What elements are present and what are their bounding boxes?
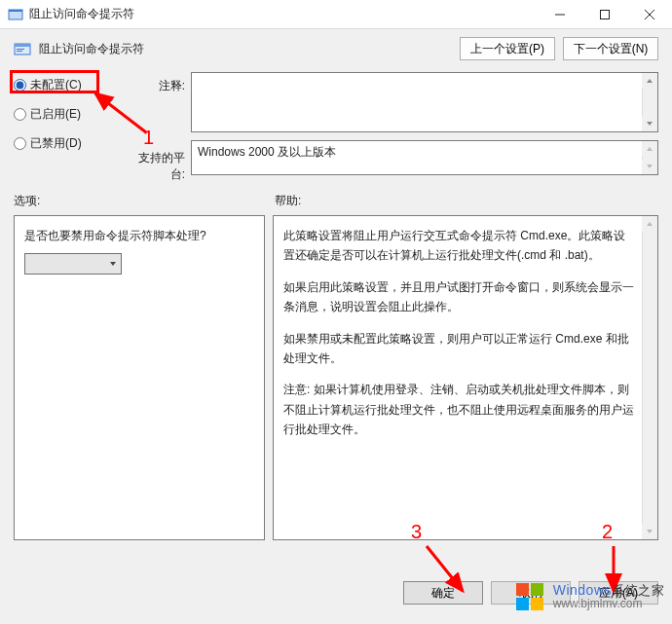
- scroll-up-icon[interactable]: [642, 216, 657, 232]
- help-section-label: 帮助:: [275, 193, 658, 209]
- help-box: 此策略设置将阻止用户运行交互式命令提示符 Cmd.exe。此策略设置还确定是否可…: [273, 215, 658, 540]
- notes-textbox[interactable]: [191, 72, 658, 132]
- maximize-button[interactable]: [582, 0, 627, 29]
- options-box: 是否也要禁用命令提示符脚本处理?: [14, 215, 265, 540]
- next-setting-button[interactable]: 下一个设置(N): [563, 37, 658, 60]
- radio-disabled-label: 已禁用(D): [30, 135, 82, 152]
- options-section-label: 选项:: [14, 193, 275, 209]
- help-paragraph: 如果启用此策略设置，并且用户试图打开命令窗口，则系统会显示一条消息，说明设置会阻…: [283, 277, 636, 317]
- svg-marker-15: [647, 222, 653, 226]
- scroll-down-icon[interactable]: [642, 116, 657, 131]
- scroll-up-icon[interactable]: [642, 141, 657, 157]
- lower-panels: 是否也要禁用命令提示符脚本处理? 此策略设置将阻止用户运行交互式命令提示符 Cm…: [0, 211, 672, 540]
- svg-rect-1: [9, 10, 22, 12]
- help-paragraph: 注意: 如果计算机使用登录、注销、启动或关机批处理文件脚本，则不阻止计算机运行批…: [283, 380, 636, 439]
- radio-not-configured-label: 未配置(C): [30, 77, 82, 93]
- help-paragraph: 此策略设置将阻止用户运行交互式命令提示符 Cmd.exe。此策略设置还确定是否可…: [283, 226, 636, 266]
- radio-not-configured[interactable]: 未配置(C): [14, 76, 121, 93]
- watermark: Windows系统之家 www.bjmlmv.com: [512, 579, 664, 614]
- svg-rect-23: [516, 583, 529, 596]
- svg-marker-11: [647, 122, 653, 126]
- svg-rect-8: [17, 49, 24, 50]
- header-row: 阻止访问命令提示符 上一个设置(P) 下一个设置(N): [0, 29, 672, 68]
- windows-logo-icon: [512, 579, 547, 614]
- prev-setting-button[interactable]: 上一个设置(P): [460, 37, 555, 60]
- radio-disabled[interactable]: 已禁用(D): [14, 134, 121, 152]
- app-icon: [8, 7, 23, 22]
- policy-icon: [14, 40, 31, 57]
- help-scrollbar[interactable]: [642, 216, 657, 539]
- svg-rect-7: [15, 44, 30, 47]
- platform-value: Windows 2000 及以上版本: [198, 145, 336, 159]
- options-dropdown[interactable]: [24, 253, 122, 275]
- watermark-url: www.bjmlmv.com: [553, 598, 664, 610]
- config-panel: 未配置(C) 已启用(E) 已禁用(D) 注释: 支持的平台: Windows …: [0, 68, 672, 191]
- svg-marker-14: [110, 262, 116, 266]
- svg-rect-9: [17, 51, 22, 52]
- window-title: 阻止访问命令提示符: [29, 6, 538, 22]
- scroll-down-icon[interactable]: [642, 159, 657, 174]
- svg-marker-10: [647, 79, 653, 83]
- radio-enabled-label: 已启用(E): [30, 106, 81, 123]
- svg-rect-3: [601, 11, 610, 19]
- svg-marker-12: [647, 147, 653, 151]
- watermark-text: Windows系统之家 www.bjmlmv.com: [553, 583, 664, 609]
- notes-label: 注释:: [127, 72, 185, 94]
- radio-enabled-input[interactable]: [14, 108, 26, 121]
- svg-rect-25: [516, 598, 529, 610]
- platform-textbox: Windows 2000 及以上版本: [191, 140, 658, 175]
- radio-not-configured-input[interactable]: [14, 79, 26, 92]
- scroll-up-icon[interactable]: [642, 73, 657, 89]
- lower-labels: 选项: 帮助:: [0, 191, 672, 211]
- platform-label: 支持的平台:: [127, 140, 185, 183]
- options-question: 是否也要禁用命令提示符脚本处理?: [24, 226, 254, 245]
- close-button[interactable]: [627, 0, 672, 29]
- svg-marker-16: [647, 530, 653, 533]
- window-controls: [538, 0, 672, 28]
- radio-enabled[interactable]: 已启用(E): [14, 105, 121, 123]
- radio-disabled-input[interactable]: [14, 137, 26, 150]
- svg-marker-13: [647, 165, 653, 168]
- watermark-brand-en: Windows: [553, 582, 612, 598]
- chevron-down-icon: [109, 260, 117, 268]
- scroll-down-icon[interactable]: [642, 524, 657, 539]
- svg-rect-24: [531, 583, 543, 596]
- minimize-button[interactable]: [538, 0, 582, 29]
- help-paragraph: 如果禁用或未配置此策略设置，则用户可以正常运行 Cmd.exe 和批处理文件。: [283, 329, 636, 369]
- notes-scrollbar[interactable]: [642, 73, 657, 131]
- ok-button[interactable]: 确定: [403, 581, 483, 605]
- svg-rect-26: [531, 598, 543, 610]
- platform-scrollbar[interactable]: [642, 141, 657, 174]
- title-bar: 阻止访问命令提示符: [0, 0, 672, 29]
- header-title: 阻止访问命令提示符: [39, 41, 452, 57]
- state-radio-group: 未配置(C) 已启用(E) 已禁用(D): [14, 72, 121, 152]
